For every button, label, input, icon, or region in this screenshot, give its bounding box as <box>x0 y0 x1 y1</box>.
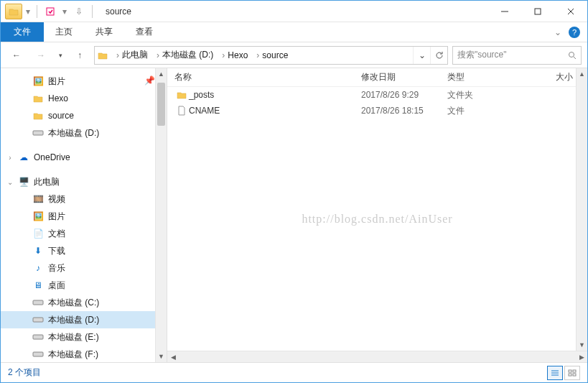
file-type: 文件 <box>447 105 519 117</box>
tree-item-drive-d[interactable]: 本地磁盘 (D:) <box>1 124 167 142</box>
tree-label: 下载 <box>48 245 65 257</box>
breadcrumb-segment[interactable]: ›Hexo <box>216 47 251 64</box>
column-headers: 名称 修改日期 类型 大小 <box>167 68 587 87</box>
scroll-up-icon[interactable]: ▲ <box>577 68 587 80</box>
breadcrumb-segment[interactable]: ›此电脑 <box>111 47 151 64</box>
tree-item-drive-e[interactable]: 本地磁盘 (E:) <box>1 328 167 346</box>
tree-label: 本地磁盘 (C:) <box>48 297 99 309</box>
view-large-icons-button[interactable] <box>564 366 580 380</box>
file-type: 文件夹 <box>447 89 519 101</box>
watermark-text: http://blog.csdn.net/AinUser <box>302 213 452 226</box>
separator <box>37 5 37 18</box>
expand-icon[interactable]: › <box>6 154 14 162</box>
svg-rect-4 <box>33 300 43 305</box>
column-header-type[interactable]: 类型 <box>447 71 519 83</box>
column-header-date[interactable]: 修改日期 <box>361 71 447 83</box>
qat-dropdown-icon[interactable]: ▾ <box>60 4 69 19</box>
scroll-left-icon[interactable]: ◀ <box>167 354 179 361</box>
tree-item-source[interactable]: source <box>1 107 167 124</box>
address-bar[interactable]: ›此电脑 ›本地磁盘 (D:) ›Hexo ›source ⌄ <box>94 46 448 65</box>
forward-button[interactable]: → <box>31 46 51 65</box>
column-header-name[interactable]: 名称 <box>174 71 361 83</box>
view-details-button[interactable] <box>547 366 563 380</box>
svg-rect-5 <box>33 318 43 322</box>
breadcrumb-label: Hexo <box>228 50 248 60</box>
qat-customize-icon[interactable]: ⇩ <box>70 4 88 19</box>
pin-icon[interactable]: 📌 <box>144 75 155 86</box>
file-name: _posts <box>189 90 361 100</box>
tree-item-hexo[interactable]: Hexo <box>1 90 167 107</box>
tree-label: 桌面 <box>48 280 65 292</box>
content-area: 📌 🖼️图片 Hexo source 本地磁盘 (D:) ›☁OneDrive … <box>1 68 587 362</box>
back-button[interactable]: ← <box>6 46 27 65</box>
maximize-button[interactable] <box>521 1 554 22</box>
svg-rect-1 <box>535 9 541 14</box>
minimize-button[interactable] <box>488 1 521 22</box>
svg-rect-11 <box>573 374 576 376</box>
window-title: source <box>100 6 488 17</box>
list-item[interactable]: _posts 2017/8/26 9:29 文件夹 <box>167 87 587 103</box>
tree-item-music[interactable]: ♪音乐 <box>1 259 167 277</box>
scrollbar-thumb[interactable] <box>157 83 165 126</box>
tree-item-documents[interactable]: 📄文档 <box>1 225 167 242</box>
file-list-area: 名称 修改日期 类型 大小 _posts 2017/8/26 9:29 文件夹 … <box>167 68 587 362</box>
tree-item-drive-f[interactable]: 本地磁盘 (F:) <box>1 346 167 362</box>
tree-item-downloads[interactable]: ⬇下载 <box>1 242 167 259</box>
breadcrumb-label: 本地磁盘 (D:) <box>162 49 213 61</box>
search-input[interactable]: 搜索"source" <box>452 46 582 65</box>
tree-label: source <box>48 111 74 121</box>
tree-label: 视频 <box>48 193 65 206</box>
folder-icon[interactable] <box>5 4 22 19</box>
tree-item-drive-d[interactable]: 本地磁盘 (D:) <box>1 311 167 328</box>
tree-label: OneDrive <box>34 152 70 162</box>
tree-item-onedrive[interactable]: ›☁OneDrive <box>1 149 167 166</box>
breadcrumb-segment[interactable]: ›本地磁盘 (D:) <box>151 47 216 64</box>
tree-label: 本地磁盘 (D:) <box>48 314 99 326</box>
music-icon: ♪ <box>32 262 44 274</box>
scroll-down-icon[interactable]: ▼ <box>577 339 587 351</box>
documents-icon: 📄 <box>32 228 44 239</box>
breadcrumb-segment[interactable]: ›source <box>251 47 291 64</box>
recent-dropdown-icon[interactable]: ▾ <box>55 46 65 65</box>
tree-label: 音乐 <box>48 262 65 274</box>
ribbon-tab-view[interactable]: 查看 <box>124 22 164 42</box>
tree-item-pictures[interactable]: 🖼️图片 <box>1 208 167 225</box>
ribbon-tab-home[interactable]: 主页 <box>44 22 84 42</box>
navigation-pane[interactable]: 📌 🖼️图片 Hexo source 本地磁盘 (D:) ›☁OneDrive … <box>1 68 167 362</box>
tree-item-pictures[interactable]: 🖼️图片 <box>1 73 167 90</box>
properties-icon[interactable] <box>42 4 59 19</box>
tree-label: Hexo <box>48 93 68 103</box>
chevron-right-icon: › <box>113 50 122 60</box>
folder-icon <box>32 93 44 104</box>
ribbon-expand-icon[interactable]: ⌄ <box>554 27 561 37</box>
tree-item-desktop[interactable]: 🖥桌面 <box>1 277 167 294</box>
up-button[interactable]: ↑ <box>70 46 90 65</box>
tree-item-videos[interactable]: 🎞️视频 <box>1 190 167 208</box>
ribbon-bar: 文件 主页 共享 查看 ⌄ ? <box>1 22 587 42</box>
refresh-button[interactable] <box>430 47 447 64</box>
navigation-bar: ← → ▾ ↑ ›此电脑 ›本地磁盘 (D:) ›Hexo ›source ⌄ … <box>1 42 587 68</box>
scroll-down-icon[interactable]: ▼ <box>156 351 167 362</box>
close-button[interactable] <box>554 1 587 22</box>
horizontal-scrollbar[interactable]: ◀▶ <box>167 351 587 362</box>
tree-label: 文档 <box>48 228 65 240</box>
qat-dropdown-icon[interactable]: ▾ <box>24 4 32 19</box>
tree-item-thispc[interactable]: ⌄🖥️此电脑 <box>1 173 167 190</box>
onedrive-icon: ☁ <box>18 152 29 163</box>
computer-icon: 🖥️ <box>18 176 29 188</box>
tree-label: 图片 <box>48 211 65 223</box>
filelist-scrollbar[interactable]: ▲▼ <box>576 68 587 351</box>
tree-item-drive-c[interactable]: 本地磁盘 (C:) <box>1 294 167 311</box>
scroll-right-icon[interactable]: ▶ <box>576 354 587 361</box>
file-list[interactable]: _posts 2017/8/26 9:29 文件夹 CNAME 2017/8/2… <box>167 87 587 351</box>
collapse-icon[interactable]: ⌄ <box>6 178 14 186</box>
svg-rect-10 <box>569 374 571 376</box>
desktop-icon: 🖥 <box>32 280 44 291</box>
ribbon-tab-share[interactable]: 共享 <box>84 22 124 42</box>
list-item[interactable]: CNAME 2017/8/26 18:15 文件 <box>167 103 587 119</box>
help-icon[interactable]: ? <box>569 27 580 38</box>
scroll-up-icon[interactable]: ▲ <box>156 68 167 80</box>
ribbon-file-tab[interactable]: 文件 <box>1 22 44 42</box>
address-dropdown-icon[interactable]: ⌄ <box>413 47 430 64</box>
sidebar-scrollbar[interactable]: ▲▼ <box>155 68 167 362</box>
